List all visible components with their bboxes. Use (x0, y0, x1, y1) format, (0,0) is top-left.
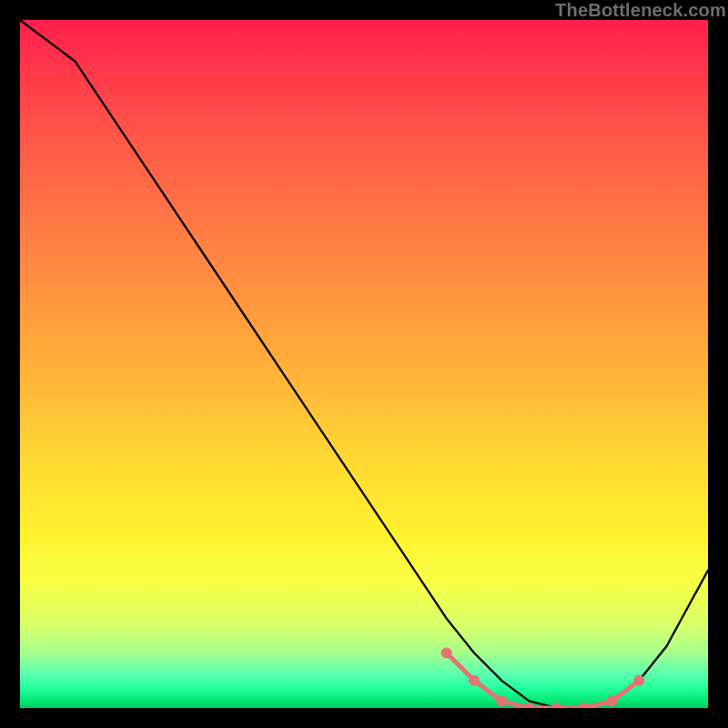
bottleneck-curve (20, 20, 708, 708)
optimal-range-marker (469, 675, 480, 686)
optimal-range-marker (633, 675, 644, 686)
optimal-range-markers (441, 648, 645, 709)
optimal-range-marker (551, 703, 562, 708)
chart-svg (20, 20, 708, 708)
attribution-text: TheBottleneck.com (555, 0, 726, 21)
optimal-range-marker (606, 695, 617, 706)
optimal-range-marker (523, 703, 534, 708)
chart-area (20, 20, 708, 708)
optimal-range-marker (441, 648, 452, 659)
optimal-range-marker (579, 703, 590, 708)
optimal-range-marker (496, 695, 507, 706)
